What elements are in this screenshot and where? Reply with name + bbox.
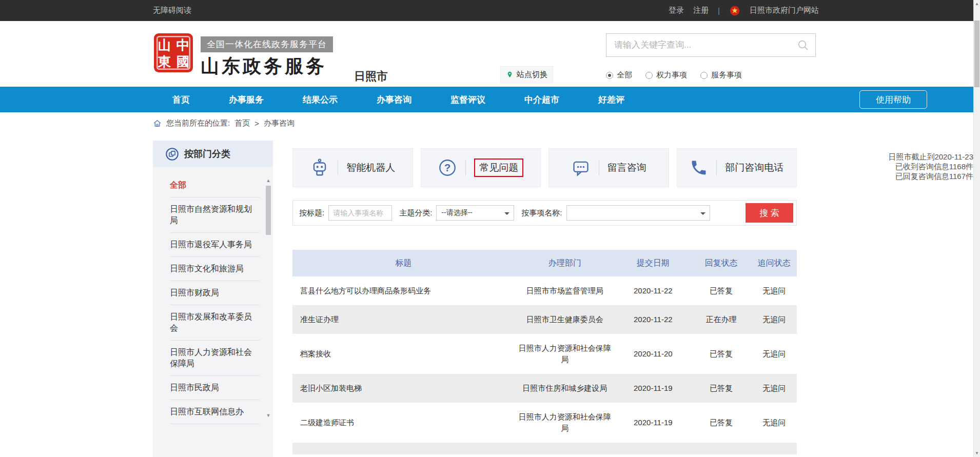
register-link[interactable]: 注册 xyxy=(693,6,709,15)
search-scope-options: 全部 权力事项 服务事项 xyxy=(606,70,816,80)
sidebar-scrollbar-thumb[interactable] xyxy=(266,186,271,235)
search-box xyxy=(606,33,816,57)
help-button[interactable]: 使用帮助 xyxy=(859,90,927,109)
item-filter-label: 按事项名称: xyxy=(521,208,562,218)
tab-robot[interactable]: 智能机器人 xyxy=(292,148,413,187)
sidebar-header: 按部门分类 xyxy=(153,141,273,167)
search-area: 全部 权力事项 服务事项 xyxy=(606,33,816,80)
accessibility-link[interactable]: 无障碍阅读 xyxy=(153,6,191,15)
message-icon xyxy=(571,158,591,177)
location-pin-icon xyxy=(506,70,514,80)
scope-radio-power[interactable]: 权力事项 xyxy=(645,70,687,80)
scope-label: 全部 xyxy=(617,70,632,80)
sidebar-item[interactable]: 日照市民政局 xyxy=(170,376,260,400)
breadcrumb-current[interactable]: 办事咨询 xyxy=(264,118,295,128)
scroll-up-icon[interactable]: ▲ xyxy=(974,0,980,8)
nav-item-services[interactable]: 办事服务 xyxy=(229,94,264,106)
site-switch-label: 站点切换 xyxy=(517,70,547,80)
question-icon: ? xyxy=(438,158,457,177)
scope-radio-all[interactable]: 全部 xyxy=(606,70,632,80)
nav-item-rating[interactable]: 好差评 xyxy=(598,94,624,106)
department-cell: 日照市人力资源和社会保障局 xyxy=(515,334,616,374)
scroll-down-icon[interactable]: ▼ xyxy=(265,412,271,419)
site-switch-button[interactable]: 站点切换 xyxy=(500,66,553,83)
title-cell[interactable]: 老旧小区加装电梯 xyxy=(292,374,515,403)
breadcrumb: 您当前所在的位置: 首页 > 办事咨询 xyxy=(153,118,295,128)
scope-radio-service[interactable]: 服务事项 xyxy=(700,70,742,80)
sidebar-item[interactable]: 日照市退役军人事务局 xyxy=(170,233,260,257)
title-cell[interactable]: 准生证办理 xyxy=(292,305,515,334)
tab-message[interactable]: 留言咨询 xyxy=(548,148,669,187)
faq-highlight-box: 常见问题 xyxy=(474,158,523,177)
title-cell[interactable]: 档案接收 xyxy=(292,334,515,374)
nav-item-agency-market[interactable]: 中介超市 xyxy=(524,94,559,106)
stats-summary: 日照市截止到2020-11-23 已收到咨询信息1168件 已回复咨询信息116… xyxy=(875,152,973,181)
main-content: 智能机器人 ? 常见问题 留言咨询 xyxy=(292,148,797,454)
reply-status-cell: 已答复 xyxy=(691,276,752,305)
login-link[interactable]: 登录 xyxy=(669,6,684,15)
portal-link[interactable]: 日照市政府门户网站 xyxy=(750,6,819,15)
sidebar-item[interactable]: 日照市自然资源和规划局 xyxy=(170,197,260,233)
home-icon xyxy=(153,119,162,128)
tab-phone[interactable]: 部门咨询电话 xyxy=(677,148,797,187)
sidebar-item[interactable]: 日照市财政局 xyxy=(170,281,260,305)
stat-line: 已回复咨询信息1167件 xyxy=(875,171,973,181)
radio-icon xyxy=(700,72,708,79)
logo-text: 全国一体化在线政务服务平台 山东政务服务 xyxy=(201,32,333,79)
tab-faq[interactable]: ? 常见问题 xyxy=(421,148,541,187)
followup-status-cell: 无追问 xyxy=(752,305,797,334)
scroll-down-icon[interactable]: ▼ xyxy=(974,449,980,457)
title-filter-input[interactable] xyxy=(328,205,392,221)
sidebar-item-all[interactable]: 全部 xyxy=(170,173,260,197)
title-cell[interactable]: 莒县什么地方可以办理商品条形码业务 xyxy=(292,276,515,305)
nav-item-consult[interactable]: 办事咨询 xyxy=(377,94,411,106)
department-list: 全部 日照市自然资源和规划局 日照市退役军人事务局 日照市文化和旅游局 日照市财… xyxy=(153,167,273,424)
svg-text:山: 山 xyxy=(158,38,171,52)
nav-item-results[interactable]: 结果公示 xyxy=(303,94,338,106)
search-button[interactable]: 搜 索 xyxy=(746,203,793,223)
nav-item-supervision[interactable]: 监督评议 xyxy=(450,94,485,106)
column-header: 追问状态 xyxy=(752,250,797,276)
breadcrumb-home-link[interactable]: 首页 xyxy=(234,118,250,128)
keyword-search-input[interactable] xyxy=(614,40,797,50)
stat-line: 日照市截止到2020-11-23 xyxy=(875,152,973,162)
tab-label: 智能机器人 xyxy=(346,161,395,174)
followup-status-cell: 无追问 xyxy=(752,374,797,403)
followup-status-cell: 无追问 xyxy=(752,334,797,374)
seal-icon: 中 國 山 東 xyxy=(153,32,194,73)
site-header: 中 國 山 東 全国一体化在线政务服务平台 山东政务服务 日照市 站点切换 xyxy=(0,21,973,87)
title-cell[interactable]: 二级建造师证书 xyxy=(292,403,515,443)
filter-bar: 按标题: 主题分类: --请选择-- 按事项名称: 搜 索 xyxy=(292,200,797,226)
city-name: 日照市 xyxy=(354,69,388,84)
followup-status-cell: 无追问 xyxy=(752,276,797,305)
sidebar-item[interactable]: 日照市人力资源和社会保障局 xyxy=(170,341,260,376)
shandong-seal-logo: 中 國 山 東 全国一体化在线政务服务平台 山东政务服务 xyxy=(153,32,333,79)
robot-icon xyxy=(310,158,329,177)
tab-divider xyxy=(716,160,717,175)
main-nav: 首页 办事服务 结果公示 办事咨询 监督评议 中介超市 好差评 使用帮助 xyxy=(0,87,973,112)
national-emblem-icon xyxy=(729,5,740,16)
column-header: 办理部门 xyxy=(515,250,616,276)
department-cell: 日照市卫生健康委员会 xyxy=(515,305,616,334)
scroll-up-icon[interactable]: ▲ xyxy=(265,177,271,184)
item-name-select[interactable] xyxy=(566,205,710,221)
svg-text:國: 國 xyxy=(177,54,190,69)
consult-tabs: 智能机器人 ? 常见问题 留言咨询 xyxy=(292,148,797,187)
page-scrollbar-thumb[interactable] xyxy=(974,21,979,87)
sidebar-item[interactable]: 日照市互联网信息办 xyxy=(170,400,260,424)
breadcrumb-separator: > xyxy=(254,119,259,128)
category-select[interactable]: --请选择-- xyxy=(436,205,514,221)
date-cell: 2020-11-19 xyxy=(615,374,691,403)
sidebar-item[interactable]: 日照市发展和改革委员会 xyxy=(170,305,260,341)
breadcrumb-label: 您当前所在的位置: xyxy=(166,118,230,128)
table-header-row: 标题 办理部门 提交日期 回复状态 追问状态 xyxy=(292,250,797,276)
department-cell: 日照市人力资源和社会保障局 xyxy=(515,403,616,443)
page: 无障碍阅读 登录 注册 | 日照市政府门户网站 中 國 山 東 全国一体化在线政… xyxy=(0,0,980,457)
table-row: 准生证办理 日照市卫生健康委员会 2020-11-22 正在办理 无追问 xyxy=(292,305,797,334)
department-cell: 日照市住房和城乡建设局 xyxy=(515,374,616,403)
category-select-value: --请选择-- xyxy=(441,208,473,217)
nav-item-home[interactable]: 首页 xyxy=(172,94,190,106)
sidebar-item[interactable]: 日照市文化和旅游局 xyxy=(170,257,260,281)
search-icon[interactable] xyxy=(797,39,809,51)
nav-items: 首页 办事服务 结果公示 办事咨询 监督评议 中介超市 好差评 xyxy=(172,87,624,112)
